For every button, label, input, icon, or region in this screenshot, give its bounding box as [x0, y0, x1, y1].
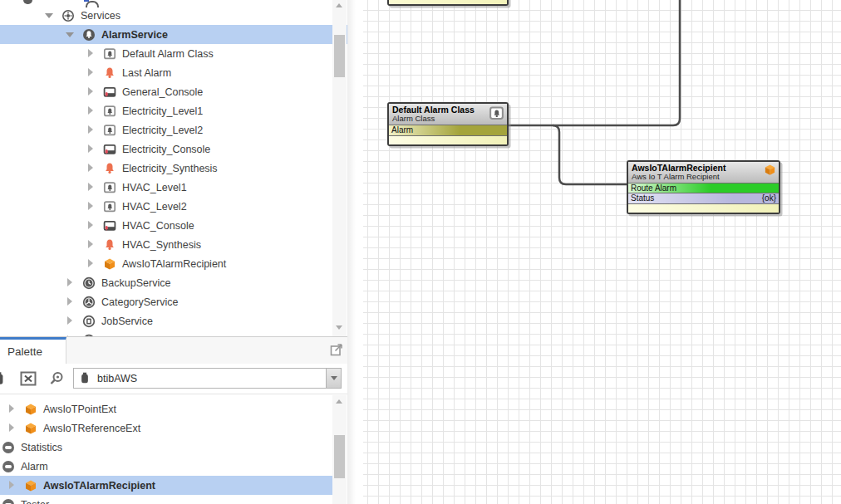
alarm-class-icon — [103, 105, 116, 118]
tree-item-backupservice[interactable]: BackupService — [0, 273, 347, 292]
chevron-right-icon[interactable] — [86, 201, 96, 212]
tree-item-hvac-synthesis[interactable]: HVAC_Synthesis — [0, 235, 347, 254]
block-subtitle: Alarm Class — [392, 115, 504, 124]
chevron-right-icon[interactable] — [86, 239, 96, 250]
tab-palette[interactable]: Palette — [0, 337, 66, 364]
tree-item-hvac-level2[interactable]: HVAC_Level2 — [0, 197, 347, 216]
tree-item-awsiotpointext[interactable]: AwsIoTPointExt — [0, 399, 339, 418]
tree-item-label: AwsIoTAlarmRecipient — [43, 480, 155, 492]
close-palette-icon[interactable] — [20, 371, 37, 389]
wire-alarm-to-top[interactable] — [505, 0, 680, 125]
tree-item-electricity-synthesis[interactable]: Electricity_Synthesis — [0, 159, 347, 178]
tree-item-categoryservice[interactable]: CategoryService — [0, 292, 347, 311]
tree-item-label: Tester — [21, 499, 49, 504]
chevron-right-icon[interactable] — [86, 125, 96, 135]
block-port-status[interactable]: Status{ok} — [628, 193, 779, 203]
tree-item-label: Electricity_Level2 — [122, 125, 203, 136]
palette-scrollbar[interactable] — [332, 395, 347, 504]
tree-item-label: Services — [81, 10, 120, 22]
chevron-right-icon[interactable] — [86, 182, 96, 193]
chevron-right-icon[interactable] — [86, 220, 96, 231]
block-awsiotalarmrecipient[interactable]: AwsIoTAlarmRecipientAws Io T Alarm Recip… — [627, 160, 780, 214]
tree-item-hvac-level1[interactable]: HVAC_Level1 — [0, 178, 347, 197]
alarm-class-icon — [103, 47, 116, 61]
chevron-right-icon[interactable] — [86, 105, 96, 116]
tree-item-awsiotalarmrecipient[interactable]: AwsIoTAlarmRecipient — [0, 476, 339, 495]
nav-scrollbar[interactable] — [332, 0, 347, 336]
tree-item-statistics[interactable]: Statistics — [0, 438, 334, 457]
tree-item-last-alarm[interactable]: Last Alarm — [0, 63, 347, 82]
tree-item-hvac-console[interactable]: HVAC_Console — [0, 216, 347, 235]
wires[interactable] — [363, 0, 841, 504]
tree-item-label: BackupService — [101, 277, 170, 289]
chevron-right-icon[interactable] — [7, 404, 17, 414]
tree-item-awsiotalarmrecipient[interactable]: AwsIoTAlarmRecipient — [0, 254, 347, 273]
block-header[interactable]: AwsIoTAlarmRecipientAws Io T Alarm Recip… — [628, 162, 779, 183]
tree-item-jobservice[interactable]: JobService — [0, 311, 347, 330]
scroll-up-icon[interactable] — [336, 399, 342, 404]
chevron-right-icon[interactable] — [65, 277, 76, 288]
chevron-right-icon[interactable] — [86, 48, 96, 59]
tree-item-services[interactable]: Services — [0, 6, 347, 25]
tree-item-label: AwsIoTReferenceExt — [43, 423, 140, 434]
tree-item-alarm[interactable]: Alarm — [0, 457, 334, 476]
chevron-right-icon[interactable] — [65, 296, 76, 307]
scrollbar-thumb[interactable] — [334, 35, 345, 77]
chevron-right-icon[interactable] — [7, 423, 17, 433]
chevron-right-icon[interactable] — [86, 258, 96, 269]
alarm-class-icon — [103, 200, 116, 213]
browse-palette-icon[interactable] — [48, 371, 65, 389]
tree-item-label: Alarm — [21, 461, 48, 472]
tree-item-label: AlarmService — [101, 29, 168, 41]
popout-icon[interactable] — [330, 342, 344, 356]
scroll-down-icon[interactable] — [336, 325, 342, 330]
folder-circle-icon — [2, 441, 15, 454]
block-row-empty[interactable] — [389, 135, 507, 144]
open-palette-icon[interactable] — [0, 371, 7, 386]
tree-item-electricity-console[interactable]: Electricity_Console — [0, 139, 347, 159]
chevron-right-icon[interactable] — [7, 480, 17, 491]
tree-item-label: AwsIoTPointExt — [43, 404, 116, 415]
block-header[interactable]: Default Alarm ClassAlarm Class — [389, 104, 507, 125]
nav-tree-panel: ServicesAlarmServiceDefault Alarm ClassL… — [0, 0, 347, 336]
nav-tree: ServicesAlarmServiceDefault Alarm ClassL… — [0, 6, 347, 336]
tree-item-item-partial[interactable] — [0, 330, 347, 336]
block-port-route-alarm[interactable]: Route Alarm — [628, 183, 779, 193]
alarm-class-icon — [103, 181, 116, 194]
block-default-alarm-class[interactable]: Default Alarm ClassAlarm ClassAlarm — [387, 102, 509, 146]
tree-item-alarmservice[interactable]: AlarmService — [0, 25, 347, 44]
chevron-right-icon[interactable] — [86, 163, 96, 174]
block-port-alarm[interactable]: Alarm — [389, 125, 507, 135]
tree-item-default-alarm-class[interactable]: Default Alarm Class — [0, 44, 347, 63]
chevron-right-icon[interactable] — [86, 86, 96, 97]
tree-item-label: Electricity_Console — [122, 144, 210, 155]
services-icon — [61, 9, 75, 22]
chevron-down-icon[interactable] — [65, 29, 76, 40]
tree-item-tester[interactable]: Tester — [0, 495, 334, 504]
aws-cube-icon — [24, 479, 37, 492]
chevron-down-icon[interactable] — [44, 10, 55, 21]
block-row-empty[interactable] — [389, 0, 507, 4]
scroll-up-icon[interactable] — [336, 3, 342, 7]
chevron-right-icon[interactable] — [65, 316, 76, 326]
tree-item-electricity-level2[interactable]: Electricity_Level2 — [0, 120, 347, 139]
palette-panel: Palette btibAWS AwsIoTPointExtAwsIoTRefe… — [0, 336, 347, 504]
palette-toolbar: btibAWS — [0, 364, 347, 394]
block-subtitle: Aws Io T Alarm Recipient — [632, 173, 775, 182]
tree-item-general-console[interactable]: General_Console — [0, 82, 347, 101]
scrollbar-thumb[interactable] — [334, 435, 345, 478]
chevron-right-icon[interactable] — [86, 144, 96, 154]
tree-item-awsiotreferenceext[interactable]: AwsIoTReferenceExt — [0, 418, 339, 438]
folder-circle-icon — [2, 460, 15, 473]
wire-alarm-to-recipient[interactable] — [553, 125, 627, 184]
wiresheet-canvas[interactable]: Default Alarm ClassAlarm ClassAlarmAwsIo… — [363, 0, 841, 504]
combo-dropdown-arrow-icon[interactable] — [326, 369, 341, 388]
port-label: Route Alarm — [631, 183, 676, 193]
block-partial[interactable] — [387, 0, 509, 6]
module-bottle-icon — [79, 372, 91, 385]
chevron-right-icon[interactable] — [86, 67, 96, 78]
tree-item-electricity-level1[interactable]: Electricity_Level1 — [0, 101, 347, 120]
partial-row-fragment — [23, 0, 32, 4]
palette-module-select[interactable]: btibAWS — [73, 368, 342, 389]
block-row-empty[interactable] — [628, 203, 779, 213]
